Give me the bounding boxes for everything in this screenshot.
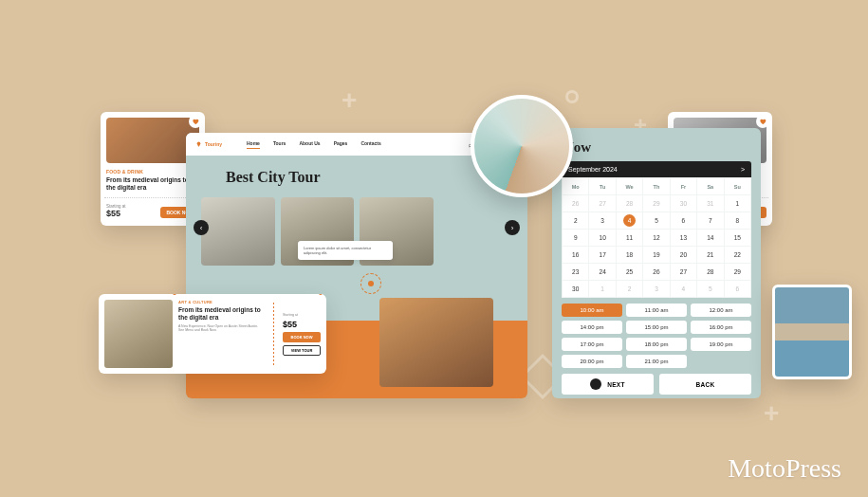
weekday-label: Fr [670,178,696,195]
tour-detail-card[interactable]: ART & CULTURE From its medieval origins … [99,294,326,374]
gallery-image[interactable] [439,197,513,266]
next-button[interactable]: NEXT [562,374,654,395]
calendar-day[interactable]: 26 [643,264,670,281]
time-slot[interactable]: 21:00 pm [626,355,687,368]
calendar-day[interactable]: 11 [616,230,642,247]
time-slot[interactable]: 11:00 am [626,304,687,317]
calendar-day[interactable]: 22 [724,247,750,264]
nav-about[interactable]: About Us [299,140,320,148]
calendar-day[interactable]: 25 [616,264,642,281]
calendar-day[interactable]: 24 [589,264,616,281]
calendar-day[interactable]: 21 [697,247,724,264]
calendar-day[interactable]: 19 [643,247,670,264]
motopress-watermark: MotoPress [728,453,841,484]
calendar-day[interactable]: 8 [724,212,750,230]
tour-title: From its medieval origins to the digital… [178,306,265,322]
pin-icon [195,141,202,148]
nav-tours[interactable]: Tours [273,140,286,148]
calendar-day[interactable]: 2 [563,212,589,230]
gallery-next[interactable]: › [505,220,520,235]
ticket-pins [173,294,323,297]
gallery-prev[interactable]: ‹ [194,220,209,235]
time-slot[interactable]: 10:00 am [562,304,622,317]
gallery-image[interactable] [201,197,275,266]
weekday-label: Sa [697,178,724,195]
time-slot[interactable]: 18:00 pm [626,338,687,351]
calendar-day[interactable]: 4 [616,212,642,230]
time-slot[interactable]: 16:00 pm [691,321,751,334]
calendar-day[interactable]: 17 [589,247,616,264]
calendar-day[interactable]: 30 [563,281,589,298]
time-slot[interactable]: 14:00 pm [562,321,622,334]
step-dot-icon [590,378,601,390]
calendar-day[interactable]: 29 [724,264,750,281]
calendar-month-header: September 2024 > [562,161,751,177]
calendar-day[interactable]: 3 [589,212,616,230]
time-slot[interactable]: 15:00 pm [626,321,687,334]
price: $55 [106,209,126,218]
category-label: ART & CULTURE [178,300,265,304]
deco-plus: + [342,85,357,116]
nav-home[interactable]: Home [247,140,260,149]
time-slot[interactable]: 20:00 pm [562,355,622,368]
price: $55 [283,320,321,329]
calendar-panel: Now September 2024 > MoTuWeThFrSaSu 2627… [552,128,761,398]
calendar-day[interactable]: 27 [589,195,616,212]
calendar-day[interactable]: 30 [670,195,696,212]
divider [273,302,274,366]
calendar-day[interactable]: 31 [697,195,724,212]
time-slot[interactable]: 17:00 pm [562,338,622,351]
favorite-button[interactable] [756,115,769,128]
calendar-day[interactable]: 10 [589,230,616,247]
calendar-day[interactable]: 15 [724,230,750,247]
calendar-day[interactable]: 6 [724,281,750,298]
calendar-day[interactable]: 23 [563,264,589,281]
weekday-label: Mo [563,178,589,195]
calendar-day[interactable]: 1 [589,281,616,298]
book-now-button[interactable]: BOOK NOW [283,332,321,342]
calendar-day[interactable]: 27 [670,264,696,281]
calendar-day[interactable]: 2 [616,281,642,298]
calendar-day[interactable]: 4 [670,281,696,298]
venice-photo [772,285,852,379]
brand-logo[interactable]: Touriny [195,141,222,148]
weekday-label: Th [643,178,670,195]
time-slot-grid: 10:00 am11:00 am12:00 am14:00 pm15:00 pm… [562,304,751,368]
weekday-label: We [616,178,642,195]
gallery-caption: Lorem ipsum dolor sit amet, consectetur … [298,241,393,260]
nav-pages[interactable]: Pages [334,140,348,148]
calendar-day[interactable]: 12 [643,230,670,247]
calendar-day[interactable]: 18 [616,247,642,264]
deco-circle [565,90,579,103]
calendar-day[interactable]: 9 [563,230,589,247]
calendar-day[interactable]: 13 [670,230,696,247]
calendar-day[interactable]: 1 [724,195,750,212]
view-tour-button[interactable]: VIEW TOUR [283,345,321,356]
map-circle-photo [471,95,573,197]
calendar-day[interactable]: 20 [670,247,696,264]
calendar-day[interactable]: 5 [643,212,670,230]
calendar-day[interactable]: 29 [643,195,670,212]
time-slot[interactable]: 19:00 pm [691,338,751,351]
calendar-grid: MoTuWeThFrSaSu 2627282930311234567891011… [562,177,751,298]
brand-name: Touriny [205,141,222,147]
calendar-month-label: September 2024 [568,166,618,173]
calendar-next-month[interactable]: > [741,166,745,173]
tour-description: A New Experience. Now Open on Austin Str… [178,324,265,333]
calendar-day[interactable]: 14 [697,230,724,247]
favorite-button[interactable] [189,115,202,128]
calendar-day[interactable]: 6 [670,212,696,230]
calendar-day[interactable]: 3 [643,281,670,298]
calendar-day[interactable]: 16 [563,247,589,264]
calendar-day[interactable]: 5 [697,281,724,298]
calendar-day[interactable]: 26 [563,195,589,212]
calendar-day[interactable]: 7 [697,212,724,230]
calendar-day[interactable]: 28 [697,264,724,281]
hotspot-marker[interactable] [360,273,381,294]
starting-at-label: Starting at [283,313,321,317]
back-button[interactable]: BACK [659,374,751,395]
hero-gallery: ‹ › Lorem ipsum dolor sit amet, consecte… [186,190,527,266]
calendar-day[interactable]: 28 [616,195,642,212]
time-slot[interactable]: 12:00 am [691,304,751,317]
nav-contacts[interactable]: Contacts [360,140,380,148]
